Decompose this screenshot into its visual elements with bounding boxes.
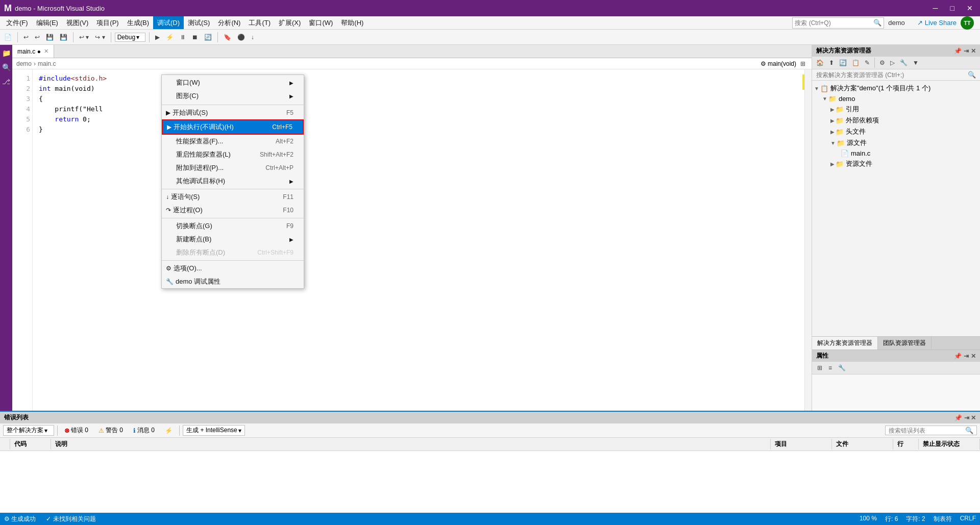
tree-main-c[interactable]: 📄 main.c (812, 148, 980, 158)
breadcrumb-func-select[interactable]: ⚙ main(void) (761, 60, 796, 67)
toolbar-redo-action[interactable]: ↪ ▾ (93, 33, 107, 42)
toolbar-step[interactable]: ↓ (249, 33, 256, 42)
menu-tools[interactable]: 工具(T) (244, 16, 275, 29)
close-button[interactable]: ✕ (964, 4, 976, 12)
error-expand-btn[interactable]: ⇥ (964, 414, 969, 421)
se-btn-2[interactable]: ⬆ (827, 58, 836, 67)
debug-menu-start-debug[interactable]: ▶ 开始调试(S) F5 (162, 106, 304, 119)
activity-git[interactable]: ⎇ (1, 76, 11, 88)
debug-menu-step-into[interactable]: ↓ 逐语句(S) F11 (162, 190, 304, 204)
toolbar-stop[interactable]: ⏹ (190, 33, 200, 42)
se-btn-7[interactable]: ▷ (888, 58, 897, 67)
se-btn-8[interactable]: 🔧 (898, 58, 910, 67)
build-dropdown[interactable]: 生成 + IntelliSense ▾ (183, 425, 245, 436)
se-expand-btn[interactable]: ⇥ (964, 47, 969, 55)
menu-window[interactable]: 窗口(W) (305, 16, 337, 29)
toolbar-bookmark[interactable]: 🔖 (222, 33, 233, 42)
se-tab-team[interactable]: 团队资源管理器 (878, 337, 932, 349)
tree-references[interactable]: ▶ 📁 引用 (812, 104, 980, 115)
menu-project[interactable]: 项目(P) (92, 16, 122, 29)
se-btn-6[interactable]: ⚙ (877, 58, 887, 67)
prop-btn-2[interactable]: ≡ (826, 363, 834, 372)
solution-toggle-icon[interactable]: ▼ (814, 86, 819, 91)
menu-edit[interactable]: 编辑(E) (32, 16, 62, 29)
filter-icon-btn[interactable]: ⚡ (161, 426, 176, 436)
res-toggle-icon[interactable]: ▶ (830, 161, 835, 167)
prop-btn-3[interactable]: 🔧 (836, 363, 848, 372)
live-share-button[interactable]: ↗ Live Share (917, 19, 957, 27)
tree-sources[interactable]: ▼ 📁 源文件 (812, 137, 980, 148)
menu-help[interactable]: 帮助(H) (337, 16, 368, 29)
debug-menu-options[interactable]: ⚙ 选项(O)... (162, 262, 304, 275)
warnings-filter-btn[interactable]: ⚠ 警告 0 (95, 424, 127, 436)
debug-menu-restart-perf[interactable]: 重启性能探查器(L) Shift+Alt+F2 (162, 148, 304, 161)
toolbar-pause[interactable]: ⏸ (178, 33, 188, 42)
project-toggle-icon[interactable]: ▼ (822, 96, 827, 102)
tree-extern-deps[interactable]: ▶ 📁 外部依赖项 (812, 115, 980, 126)
tab-close-icon[interactable]: ✕ (44, 48, 48, 55)
tree-resources[interactable]: ▶ 📁 资源文件 (812, 158, 980, 169)
toolbar-undo-action[interactable]: ↩ ▾ (77, 33, 91, 42)
toolbar-undo2[interactable]: ↩ (33, 33, 42, 42)
toolbar-save2[interactable]: 💾 (58, 33, 69, 42)
menu-test[interactable]: 测试(S) (184, 16, 214, 29)
messages-filter-btn[interactable]: ℹ 消息 0 (130, 424, 158, 436)
menu-analyze[interactable]: 分析(N) (214, 16, 244, 29)
se-btn-4[interactable]: 📋 (850, 58, 862, 67)
debug-menu-new-bp[interactable]: 新建断点(B) ▶ (162, 233, 304, 246)
src-toggle-icon[interactable]: ▼ (830, 140, 836, 146)
split-editor-btn[interactable]: ⊞ (798, 59, 807, 68)
debug-menu-window[interactable]: 窗口(W) ▶ (162, 76, 304, 89)
user-avatar[interactable]: TT (961, 16, 974, 30)
toolbar-attach[interactable]: ⚡ (164, 33, 176, 42)
debug-menu-step-over[interactable]: ↷ 逐过程(O) F10 (162, 204, 304, 217)
ext-toggle-icon[interactable]: ▶ (830, 118, 835, 123)
maximize-button[interactable]: □ (947, 4, 958, 12)
activity-search[interactable]: 🔍 (1, 61, 12, 73)
minimize-button[interactable]: ─ (930, 4, 941, 12)
toolbar-bp[interactable]: ⚫ (235, 33, 247, 42)
menu-extensions[interactable]: 扩展(X) (275, 16, 305, 29)
scope-dropdown[interactable]: 整个解决方案 ▾ (3, 425, 54, 436)
search-input[interactable] (795, 19, 873, 27)
se-pin-btn[interactable]: 📌 (954, 47, 962, 55)
ref-toggle-icon[interactable]: ▶ (830, 107, 835, 112)
menu-debug[interactable]: 调试(D) (153, 16, 184, 29)
status-line-ending[interactable]: CRLF (960, 515, 976, 523)
se-btn-3[interactable]: 🔄 (837, 58, 849, 67)
hdr-toggle-icon[interactable]: ▶ (830, 129, 835, 135)
tree-solution[interactable]: ▼ 📋 解决方案"demo"(1 个项目/共 1 个) (812, 83, 980, 94)
error-search-input[interactable] (889, 427, 965, 434)
toolbar-new[interactable]: 📄 (2, 33, 14, 42)
se-btn-9[interactable]: ▼ (911, 58, 921, 67)
tree-project[interactable]: ▼ 📁 demo (812, 94, 980, 104)
se-close-btn[interactable]: ✕ (971, 47, 976, 55)
toolbar-save[interactable]: 💾 (44, 33, 56, 42)
debug-menu-graphics[interactable]: 图形(C) ▶ (162, 89, 304, 103)
debug-config-dropdown[interactable]: Debug ▾ (115, 33, 145, 42)
debug-menu-other[interactable]: 其他调试目标(H) ▶ (162, 174, 304, 188)
error-close-btn[interactable]: ✕ (971, 414, 976, 421)
tree-headers[interactable]: ▶ 📁 头文件 (812, 126, 980, 137)
editor-scrollbar[interactable] (804, 69, 812, 411)
errors-filter-btn[interactable]: ⊗ 错误 0 (61, 424, 92, 436)
menu-build[interactable]: 生成(B) (123, 16, 153, 29)
prop-close-btn[interactable]: ✕ (971, 353, 976, 360)
menu-file[interactable]: 文件(F) (2, 16, 32, 29)
se-tab-solution[interactable]: 解决方案资源管理器 (812, 337, 878, 349)
activity-explorer[interactable]: 📁 (1, 47, 12, 59)
tab-main-c[interactable]: main.c ● ✕ (12, 45, 54, 58)
se-btn-1[interactable]: 🏠 (814, 58, 826, 67)
main-search[interactable]: 🔍 (792, 17, 884, 29)
se-btn-5[interactable]: ✎ (863, 58, 872, 67)
prop-btn-1[interactable]: ⊞ (815, 363, 824, 372)
debug-menu-start-no-debug[interactable]: ▶ 开始执行(不调试)(H) Ctrl+F5 (162, 119, 304, 135)
debug-menu-del-bp[interactable]: 删除所有断点(D) Ctrl+Shift+F9 (162, 246, 304, 259)
error-search-bar[interactable]: 🔍 (885, 426, 977, 435)
toolbar-undo[interactable]: ↩ (21, 33, 31, 42)
debug-menu-props[interactable]: 🔧 demo 调试属性 (162, 275, 304, 288)
se-search-input[interactable] (816, 71, 968, 79)
toolbar-restart[interactable]: 🔄 (202, 33, 214, 42)
code-content[interactable]: #include<stdio.h> int main(void) { print… (33, 69, 804, 411)
debug-menu-attach[interactable]: 附加到进程(P)... Ctrl+Alt+P (162, 161, 304, 174)
